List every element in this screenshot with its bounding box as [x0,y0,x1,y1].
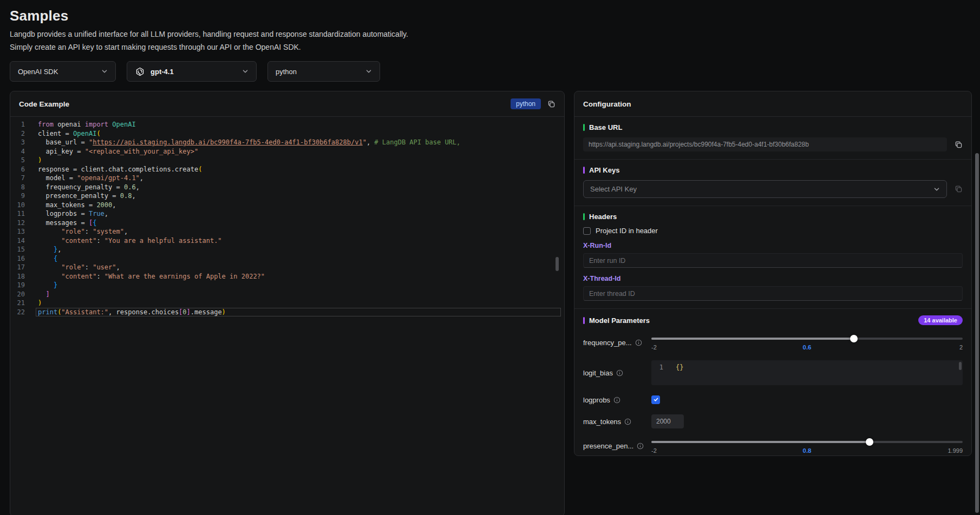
samples-page: Samples Langdb provides a unified interf… [0,0,980,515]
param-label: logit_bias [583,369,651,377]
selector-row: OpenAI SDK gpt-4.1 python [10,61,980,82]
slider-value-label: 0.6 [803,344,812,351]
section-accent-bar [583,167,585,174]
param-name: logit_bias [583,369,613,377]
code-line[interactable]: 20 ] [10,290,561,299]
project-id-checkbox-row[interactable]: Project ID in header [583,227,963,235]
page-description-1: Langdb provides a unified interface for … [10,29,980,39]
info-icon [616,369,623,377]
code-line[interactable]: 2client = OpenAI( [10,129,561,138]
code-line[interactable]: 15 }, [10,245,561,254]
line-number: 7 [10,174,25,183]
code-line-content: ] [36,290,561,299]
code-line[interactable]: 12 messages = [{ [10,219,561,228]
code-line-content: base_url = "https://api.staging.langdb.a… [36,138,561,147]
code-line[interactable]: 4 api_key = "<replace_with_your_api_key>… [10,147,561,156]
slider-thumb[interactable] [866,438,873,446]
param-row-logprobs: logprobs [583,395,963,405]
project-id-checkbox[interactable] [583,227,591,235]
model-select-value: gpt-4.1 [151,68,174,76]
code-line[interactable]: 11 logprobs = True, [10,209,561,219]
info-icon [635,339,642,346]
code-line[interactable]: 21) [10,299,561,308]
line-number: 4 [10,147,25,156]
chevron-down-icon [933,186,940,193]
model-select[interactable]: gpt-4.1 [127,61,257,82]
code-line[interactable]: 19 } [10,281,561,290]
code-line-content: "role": "system", [36,227,561,236]
param-control: -20.81.999 [651,438,963,454]
param-name: max_tokens [583,418,621,426]
code-scrollbar[interactable] [556,257,559,271]
code-line[interactable]: 22print("Assistant:", response.choices[0… [10,308,561,317]
line-number: 1 [651,363,663,372]
param-input[interactable] [651,414,684,428]
code-line[interactable]: 6response = client.chat.completions.crea… [10,165,561,174]
config-panel-header: Configuration [574,91,971,117]
code-line[interactable]: 18 "content": "What are the earnings of … [10,272,561,281]
chevron-down-icon [101,68,108,75]
line-number: 13 [10,227,25,236]
code-line[interactable]: 13 "role": "system", [10,227,561,236]
code-line[interactable]: 17 "role": "user", [10,263,561,272]
param-control: 1{} [651,360,963,385]
x-thread-id-input[interactable] [583,286,963,301]
line-number: 1 [10,120,25,129]
x-run-id-label: X-Run-Id [583,242,963,249]
slider-min-label: -2 [651,447,657,454]
base-url-input[interactable] [583,137,947,151]
param-label: max_tokens [583,418,651,426]
line-number: 5 [10,156,25,165]
code-line-content: response = client.chat.completions.creat… [36,165,561,174]
slider-thumb[interactable] [850,335,858,342]
param-row-presence_penalty: presence_pen...-20.81.999 [583,438,963,454]
copy-base-url-button[interactable] [955,141,963,149]
code-line[interactable]: 7 model = "openai/gpt-4.1", [10,174,561,183]
page-description-2: Simply create an API key to start making… [10,42,980,52]
available-count-badge: 14 available [918,315,963,325]
code-editor[interactable]: 1from openai import OpenAI2client = Open… [10,117,564,513]
config-panel-title: Configuration [583,100,631,108]
api-keys-label: API Keys [589,166,619,174]
sdk-select-value: OpenAI SDK [18,68,58,76]
slider-fill [651,441,870,443]
line-number: 20 [10,290,25,299]
code-line[interactable]: 14 "content": "You are a helpful assista… [10,236,561,246]
param-checkbox[interactable] [651,395,660,404]
param-name: frequency_pe... [583,339,632,347]
param-slider[interactable] [651,335,963,342]
code-line[interactable]: 9 presence_penalty = 0.8, [10,192,561,201]
line-number: 9 [10,192,25,201]
model-parameters-section: Model Parameters 14 available frequency_… [574,309,971,456]
x-run-id-input[interactable] [583,253,963,268]
openai-logo-icon [135,67,145,77]
base-url-label: Base URL [589,123,622,131]
code-line[interactable]: 5) [10,156,561,165]
code-line[interactable]: 3 base_url = "https://api.staging.langdb… [10,138,561,147]
editor-scrollbar[interactable] [959,362,962,370]
code-line-content: print("Assistant:", response.choices[0].… [36,308,561,317]
code-line[interactable]: 10 max_tokens = 2000, [10,201,561,210]
copy-api-key-button[interactable] [955,185,963,193]
headers-section: Headers Project ID in header X-Run-Id X-… [574,206,971,309]
line-number: 15 [10,245,25,254]
api-keys-section: API Keys Select API Key [574,160,971,206]
line-number: 8 [10,183,25,192]
copy-code-button[interactable] [547,100,556,108]
slider-min-label: -2 [651,344,657,351]
info-icon [613,397,620,404]
code-line[interactable]: 8 frequency_penalty = 0.6, [10,183,561,192]
page-scrollbar[interactable] [975,153,979,513]
param-row-max_tokens: max_tokens [583,414,963,428]
code-line[interactable]: 1from openai import OpenAI [10,120,561,129]
param-slider[interactable] [651,438,963,446]
sdk-select[interactable]: OpenAI SDK [10,61,116,82]
language-select[interactable]: python [267,61,380,82]
line-number: 16 [10,254,25,263]
line-number: 2 [10,129,25,138]
api-key-select[interactable]: Select API Key [583,180,947,198]
page-header: Samples Langdb provides a unified interf… [0,0,980,52]
code-line-content: "content": "What are the earnings of App… [36,272,561,281]
code-line[interactable]: 16 { [10,254,561,263]
json-editor[interactable]: 1{} [651,360,963,385]
